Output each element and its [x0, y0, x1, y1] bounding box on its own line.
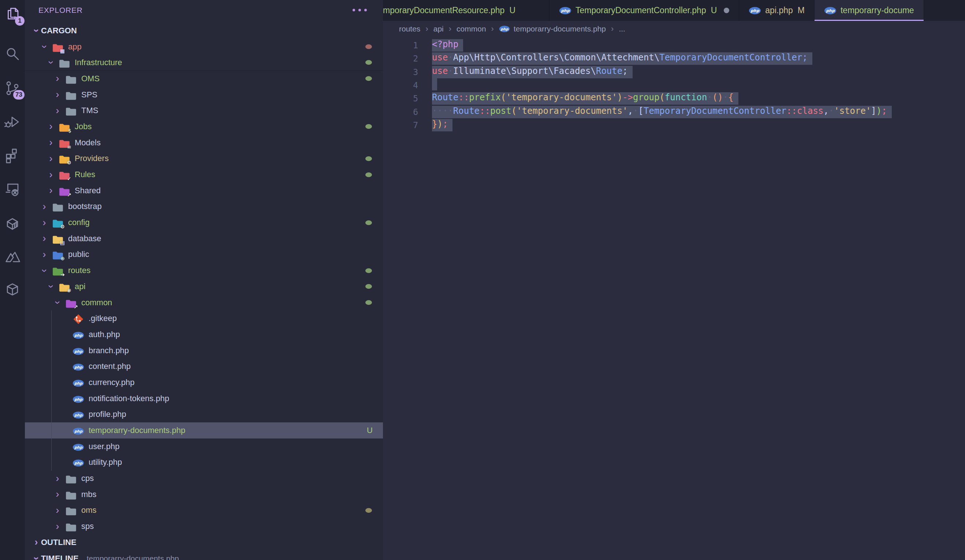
- tree-item-branch-php[interactable]: phpbranch.php: [25, 343, 383, 359]
- git-status-dot: [365, 76, 372, 81]
- tree-item-rules[interactable]: ›✓Rules: [25, 167, 383, 183]
- tree-item-tms[interactable]: ›TMS: [25, 103, 383, 119]
- tree-item-jobs[interactable]: ›$Jobs: [25, 119, 383, 135]
- svg-text:php: php: [74, 397, 83, 402]
- tree-item-sps[interactable]: ›sps: [25, 518, 383, 534]
- code-line-2: 2use·App\Http\Controllers\Common\Attechm…: [383, 52, 965, 65]
- breadcrumb-item-api[interactable]: api: [433, 24, 444, 33]
- docker-icon[interactable]: [4, 214, 21, 231]
- tree-outline[interactable]: ›OUTLINE: [25, 534, 383, 550]
- folder-icon: ≡: [59, 137, 70, 148]
- remote-explorer-icon[interactable]: [4, 181, 21, 198]
- explorer-badge: 1: [15, 16, 25, 26]
- git-status-badge: U: [509, 5, 515, 15]
- tree-item-common[interactable]: ›↗common: [25, 295, 383, 311]
- tree-item-shared[interactable]: ›↗Shared: [25, 183, 383, 199]
- chevron-right-icon: ›: [39, 218, 49, 228]
- line-number: 4: [383, 80, 418, 90]
- tree-item-notification-tokens-php[interactable]: phpnotification-tokens.php: [25, 390, 383, 407]
- tree-item-database[interactable]: ›▤database: [25, 230, 383, 247]
- tree-cargon[interactable]: ›CARGON: [25, 23, 383, 39]
- tab-mporarydocumentresource-php[interactable]: mporaryDocumentResource.phpU: [383, 0, 550, 21]
- file-tree: ›CARGON›▦app›Infrastructure›OMS›SPS›TMS›…: [25, 23, 383, 560]
- tree-item-utility-php[interactable]: phputility.php: [25, 455, 383, 471]
- line-number: 2: [383, 54, 418, 63]
- azure-icon[interactable]: [4, 248, 21, 265]
- explorer-sidebar: EXPLORER ›CARGON›▦app›Infrastructure›OMS…: [25, 0, 383, 560]
- chevron-right-icon: ›: [39, 250, 49, 260]
- tree-item-oms[interactable]: ›OMS: [25, 71, 383, 87]
- php-file-icon: php: [72, 361, 84, 372]
- tree-item-api[interactable]: ›#api: [25, 279, 383, 295]
- code-editor[interactable]: 1<?php2use·App\Http\Controllers\Common\A…: [383, 37, 965, 132]
- chevron-right-icon: ›: [39, 233, 49, 243]
- folder-icon: [65, 105, 77, 116]
- folder-overlay-icon: ⊕: [61, 255, 65, 261]
- tree-item-label: sps: [81, 522, 94, 531]
- tab-temporarydocumentcontroller-php[interactable]: phpTemporaryDocumentController.phpU: [550, 0, 739, 21]
- breadcrumb-separator-icon: ›: [425, 24, 428, 34]
- tree-item-sps[interactable]: ›SPS: [25, 87, 383, 103]
- selection-highlight: <?php: [432, 39, 463, 52]
- tree-item-public[interactable]: ›⊕public: [25, 247, 383, 263]
- code-line-3: 3use·Illuminate\Support\Facades\Route;: [383, 65, 965, 79]
- tab-api-php[interactable]: phpapi.phpM: [739, 0, 815, 21]
- tree-item-app[interactable]: ›▦app: [25, 39, 383, 55]
- tree-item--gitkeep[interactable]: .gitkeep: [25, 310, 383, 327]
- search-icon[interactable]: [4, 46, 21, 63]
- tree-item-mbs[interactable]: ›mbs: [25, 487, 383, 503]
- tab-label: mporaryDocumentResource.php: [383, 5, 504, 15]
- breadcrumb-item-common[interactable]: common: [456, 24, 486, 33]
- git-status-dot: [365, 220, 372, 225]
- chevron-right-icon: ›: [46, 121, 56, 131]
- folder-overlay-icon: ↗: [74, 304, 78, 310]
- source-control-icon[interactable]: 73: [4, 80, 21, 96]
- tab-temporarry-docume[interactable]: phptemporarry-docume: [815, 0, 924, 21]
- php-file-icon: php: [72, 329, 84, 340]
- tree-item-label: Jobs: [75, 122, 92, 131]
- tree-item-providers[interactable]: ›⚙Providers: [25, 151, 383, 167]
- breadcrumb-item-routes[interactable]: routes: [399, 24, 420, 33]
- dirty-indicator[interactable]: [724, 8, 729, 13]
- git-status-dot: [365, 124, 372, 129]
- tree-item-config[interactable]: ›⚙config: [25, 214, 383, 230]
- more-actions-icon[interactable]: [353, 9, 367, 11]
- tree-item-cps[interactable]: ›cps: [25, 470, 383, 487]
- chevron-down-icon: ›: [46, 282, 56, 291]
- tree-timeline[interactable]: ›TIMELINEtemporarry-documents.php: [25, 550, 383, 560]
- editor-area: mporaryDocumentResource.phpUphpTemporary…: [383, 0, 965, 560]
- code-line-1: 1<?php: [383, 39, 965, 52]
- explorer-icon[interactable]: 1: [4, 6, 21, 23]
- tree-item-label: .gitkeep: [88, 313, 117, 323]
- tree-item-temporarry-documents-php[interactable]: phptemporarry-documents.phpU: [25, 422, 383, 439]
- svg-text:php: php: [74, 349, 83, 354]
- tree-item-label: notification-tokens.php: [88, 394, 169, 403]
- tree-item-models[interactable]: ›≡Models: [25, 135, 383, 151]
- tab-bar: mporaryDocumentResource.phpUphpTemporary…: [383, 0, 965, 21]
- tree-item-routes[interactable]: ›➔routes: [25, 263, 383, 279]
- tree-item-bootstrap[interactable]: ›bootstrap: [25, 199, 383, 215]
- breadcrumb-item--[interactable]: ...: [619, 24, 625, 33]
- svg-text:php: php: [74, 381, 83, 386]
- tree-item-oms[interactable]: ›oms: [25, 503, 383, 519]
- tree-item-currency-php[interactable]: phpcurrency.php: [25, 374, 383, 390]
- tree-item-infrastructure[interactable]: ›Infrastructure: [25, 54, 383, 71]
- chevron-right-icon: ›: [53, 489, 62, 499]
- tree-item-label: routes: [68, 266, 90, 275]
- extensions-icon[interactable]: [4, 147, 21, 164]
- folder-icon: ✓: [59, 169, 70, 180]
- tree-item-profile-php[interactable]: phpprofile.php: [25, 407, 383, 423]
- folder-icon: [65, 89, 77, 100]
- tree-item-auth-php[interactable]: phpauth.php: [25, 327, 383, 343]
- tree-item-label: SPS: [81, 90, 97, 100]
- run-debug-icon[interactable]: [4, 113, 21, 130]
- git-status-dot: [365, 156, 372, 161]
- tree-item-user-php[interactable]: phpuser.php: [25, 439, 383, 455]
- folder-overlay-icon: ➔: [61, 272, 65, 278]
- cube-icon[interactable]: [4, 282, 21, 299]
- breadcrumb-item-temporarry-documents-php[interactable]: phptemporarry-documents.php: [499, 24, 606, 33]
- folder-overlay-icon: ▤: [60, 240, 65, 246]
- tree-item-content-php[interactable]: phpcontent.php: [25, 358, 383, 374]
- folder-icon: $: [59, 121, 70, 132]
- folder-overlay-icon: ≡: [67, 144, 71, 150]
